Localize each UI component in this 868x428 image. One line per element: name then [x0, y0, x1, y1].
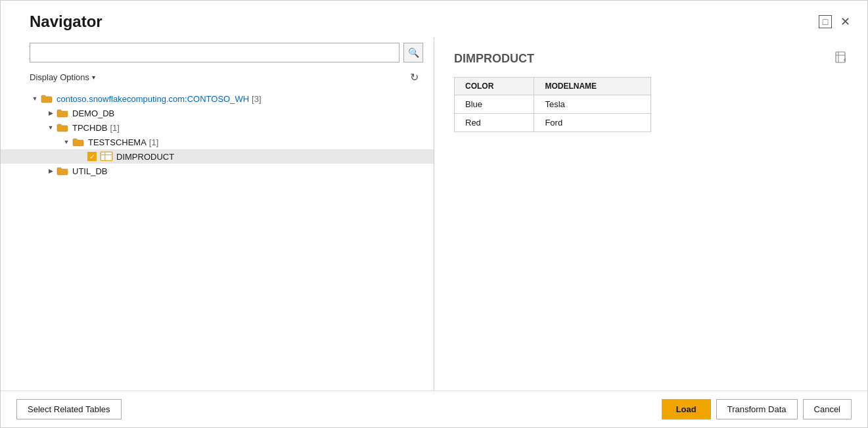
tree-item-demo-db[interactable]: ▶ DEMO_DB: [1, 106, 434, 120]
cancel-button[interactable]: Cancel: [803, 399, 852, 419]
collapse-arrow-testschema: ▼: [61, 139, 72, 145]
navigator-dialog: Navigator □ ✕ 🔍 Display Options ▾: [0, 0, 868, 428]
util-db-label: UTIL_DB: [72, 166, 107, 176]
col-header-modelname: MODELNAME: [534, 78, 651, 95]
preview-header: DIMPRODUCT: [454, 51, 848, 66]
transform-data-button[interactable]: Transform Data: [716, 399, 798, 419]
display-options-label: Display Options: [30, 72, 89, 82]
preview-refresh-icon: [834, 55, 848, 66]
table-icon-dimproduct: [100, 151, 113, 162]
title-bar: Navigator □ ✕: [1, 1, 867, 37]
search-button[interactable]: 🔍: [403, 43, 423, 62]
display-options-button[interactable]: Display Options ▾: [30, 72, 95, 82]
chevron-down-icon: ▾: [92, 74, 95, 81]
demo-db-label: DEMO_DB: [72, 108, 114, 118]
search-input[interactable]: [30, 43, 400, 62]
svg-rect-0: [101, 152, 112, 160]
action-buttons: Load Transform Data Cancel: [662, 399, 852, 419]
folder-icon-demo-db: [56, 108, 69, 118]
tpchdb-count: [1]: [110, 123, 119, 133]
row1-color: Blue: [455, 95, 534, 114]
col-header-color: COLOR: [455, 78, 534, 95]
refresh-icon: ↻: [410, 71, 419, 83]
table-row: Red Ford: [455, 114, 651, 132]
select-related-tables-button[interactable]: Select Related Tables: [16, 399, 122, 419]
main-content: 🔍 Display Options ▾ ↻ ▼: [1, 37, 867, 391]
row2-color: Red: [455, 114, 534, 132]
testschema-count: [1]: [149, 137, 158, 147]
tree-item-dimproduct[interactable]: ✓ DIMPRODUCT: [1, 149, 434, 164]
preview-title-text: DIMPRODUCT: [454, 52, 534, 66]
close-button[interactable]: ✕: [838, 15, 852, 28]
toolbar-row: Display Options ▾ ↻: [1, 65, 434, 89]
testschema-label: TESTSCHEMA: [88, 137, 147, 147]
row2-modelname: Ford: [534, 114, 651, 132]
row1-modelname: Tesla: [534, 95, 651, 114]
expand-arrow-util-db: ▶: [45, 168, 56, 174]
folder-icon-testschema: [72, 137, 85, 147]
window-controls: □ ✕: [819, 15, 852, 28]
tree-item-tpchdb[interactable]: ▼ TPCHDB [1]: [1, 120, 434, 135]
load-button[interactable]: Load: [662, 399, 711, 419]
bottom-bar: Select Related Tables Load Transform Dat…: [1, 391, 867, 427]
tree-area: ▼ contoso.snowflakecomputing.com:CONTOSO…: [1, 89, 434, 391]
maximize-button[interactable]: □: [819, 15, 832, 28]
table-row: Blue Tesla: [455, 95, 651, 114]
tree-item-root[interactable]: ▼ contoso.snowflakecomputing.com:CONTOSO…: [1, 91, 434, 106]
folder-icon-root: [40, 93, 53, 104]
left-panel: 🔍 Display Options ▾ ↻ ▼: [1, 37, 434, 391]
folder-icon-tpchdb: [56, 122, 69, 133]
preview-refresh-button[interactable]: [834, 51, 848, 66]
tpchdb-label: TPCHDB: [72, 123, 107, 133]
tree-item-util-db[interactable]: ▶ UTIL_DB: [1, 164, 434, 178]
root-count: [3]: [252, 94, 261, 104]
search-icon: 🔍: [408, 47, 419, 58]
no-arrow-dimproduct: [77, 153, 87, 160]
root-label: contoso.snowflakecomputing.com:CONTOSO_W…: [57, 94, 249, 104]
dimproduct-checkbox[interactable]: ✓: [87, 152, 97, 161]
preview-table: COLOR MODELNAME Blue Tesla Red Ford: [454, 77, 651, 132]
expand-arrow-demo-db: ▶: [45, 110, 56, 116]
svg-rect-3: [836, 52, 845, 62]
collapse-arrow-root: ▼: [30, 95, 40, 102]
refresh-button[interactable]: ↻: [405, 68, 423, 86]
dialog-title: Navigator: [30, 12, 103, 31]
tree-item-testschema[interactable]: ▼ TESTSCHEMA [1]: [1, 135, 434, 149]
search-bar-area: 🔍: [1, 37, 434, 65]
collapse-arrow-tpchdb: ▼: [45, 124, 56, 131]
folder-icon-util-db: [56, 166, 69, 176]
right-panel: DIMPRODUCT COLOR: [434, 37, 867, 391]
dimproduct-label: DIMPRODUCT: [116, 152, 174, 162]
